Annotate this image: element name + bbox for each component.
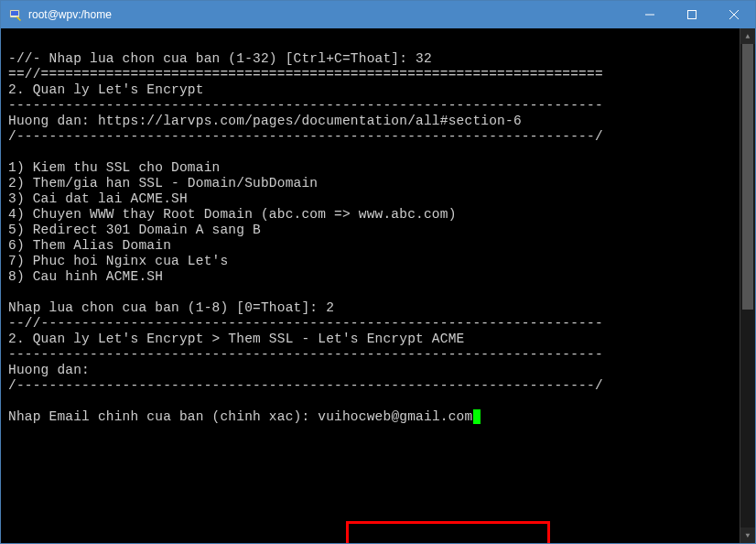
user-input: vuihocweb@gmail.com — [318, 409, 472, 424]
minimize-button[interactable] — [629, 1, 671, 28]
terminal-container: -//- Nhap lua chon cua ban (1-32) [Ctrl+… — [1, 28, 755, 543]
terminal-line: ----------------------------------------… — [8, 98, 603, 113]
terminal-line: 2. Quan ly Let's Encrypt — [8, 82, 204, 97]
scroll-up-arrow[interactable]: ▲ — [740, 28, 755, 44]
terminal-line: ==//====================================… — [8, 67, 603, 82]
putty-icon — [8, 7, 23, 22]
terminal-line: Nhap lua chon cua ban (1-8) [0=Thoat]: 2 — [8, 300, 334, 315]
svg-rect-1 — [11, 11, 18, 16]
scroll-thumb[interactable] — [742, 44, 753, 310]
terminal-line: 2) Them/gia han SSL - Domain/SubDomain — [8, 176, 318, 190]
terminal-line: Huong dan: https://larvps.com/pages/docu… — [8, 114, 522, 128]
prompt-text: Nhap Email chinh cua ban (chinh xac): — [8, 409, 318, 424]
terminal-line: Huong dan: — [8, 363, 90, 377]
terminal-line: 2. Quan ly Let's Encrypt > Them SSL - Le… — [8, 332, 464, 346]
titlebar[interactable]: root@wpv:/home — [1, 1, 755, 28]
terminal-output[interactable]: -//- Nhap lua chon cua ban (1-32) [Ctrl+… — [1, 28, 740, 543]
terminal-line: 1) Kiem thu SSL cho Domain — [8, 160, 220, 175]
close-button[interactable] — [713, 1, 755, 28]
terminal-line: 8) Cau hinh ACME.SH — [8, 269, 163, 284]
svg-rect-2 — [688, 11, 697, 19]
putty-window: root@wpv:/home -//- Nhap lua chon cua ba… — [0, 0, 756, 544]
window-title: root@wpv:/home — [28, 8, 629, 21]
scrollbar[interactable]: ▲ ▼ — [740, 28, 755, 543]
scroll-down-arrow[interactable]: ▼ — [740, 528, 755, 543]
terminal-line: /---------------------------------------… — [8, 129, 603, 144]
terminal-line: 3) Cai dat lai ACME.SH — [8, 191, 188, 206]
maximize-button[interactable] — [671, 1, 713, 28]
terminal-line: 7) Phuc hoi Nginx cua Let's — [8, 254, 228, 268]
window-controls — [629, 1, 755, 28]
terminal-line: 6) Them Alias Domain — [8, 238, 171, 253]
terminal-line: /---------------------------------------… — [8, 378, 603, 393]
terminal-line: -//- Nhap lua chon cua ban (1-32) [Ctrl+… — [8, 51, 432, 66]
terminal-line: --//------------------------------------… — [8, 316, 603, 331]
terminal-line: 5) Redirect 301 Domain A sang B — [8, 223, 261, 237]
cursor — [473, 409, 481, 424]
terminal-line: 4) Chuyen WWW thay Root Domain (abc.com … — [8, 207, 457, 222]
scroll-track[interactable] — [740, 44, 755, 528]
terminal-line: ----------------------------------------… — [8, 347, 603, 362]
